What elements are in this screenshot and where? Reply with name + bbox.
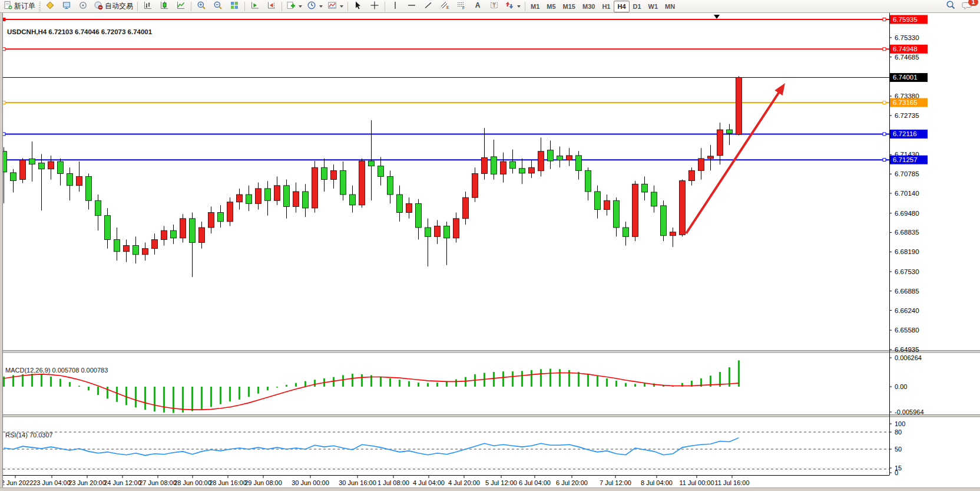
tf-button-m15[interactable]: M15 xyxy=(559,1,579,12)
new-order-label: 新订单 xyxy=(14,1,35,11)
text-label-icon: T xyxy=(489,1,499,12)
chart-shift-button[interactable] xyxy=(263,0,280,13)
crosshair-button[interactable] xyxy=(366,0,383,13)
dropdown-caret xyxy=(319,5,323,8)
line-chart-button[interactable] xyxy=(173,0,189,13)
toolbar-separator xyxy=(244,2,245,11)
indicators-icon xyxy=(286,1,296,12)
new-order-icon xyxy=(4,1,12,12)
tf-button-h1[interactable]: H1 xyxy=(598,1,614,12)
autotrade-label: 自动交易 xyxy=(105,1,133,11)
dropdown-caret xyxy=(340,5,343,8)
candle-chart-button[interactable] xyxy=(156,0,173,13)
cursor-button[interactable] xyxy=(350,0,366,13)
rsi-label: RSI(14) 70.0307 xyxy=(5,431,53,439)
zoom-in-icon xyxy=(197,1,206,12)
zoom-in-button[interactable] xyxy=(193,0,210,13)
equidistant-channel-icon: E xyxy=(440,1,449,12)
indicators-button[interactable] xyxy=(284,0,304,13)
auto-scroll-button[interactable] xyxy=(247,0,263,13)
text-icon: A xyxy=(474,1,482,12)
arrows-icon xyxy=(505,1,514,12)
trendline-button[interactable] xyxy=(420,0,436,13)
terminal-button[interactable] xyxy=(58,0,75,13)
bar-chart-button[interactable] xyxy=(140,0,156,13)
journal-icon xyxy=(45,1,55,12)
dropdown-caret xyxy=(299,5,302,8)
tf-button-w1[interactable]: W1 xyxy=(645,1,662,12)
tf-button-h4[interactable]: H4 xyxy=(614,1,629,12)
alerts-button[interactable] xyxy=(75,0,91,13)
window-bottom-strip xyxy=(0,487,980,491)
autotrade-icon xyxy=(94,1,103,12)
auto-scroll-icon xyxy=(250,1,260,12)
tf-button-m5[interactable]: M5 xyxy=(543,1,559,12)
toolbar-separator xyxy=(137,2,138,11)
main-toolbar: 新订单 自动交易 xyxy=(0,0,980,13)
toolbar-grip[interactable] xyxy=(39,2,41,11)
period-clock-button[interactable] xyxy=(304,0,325,13)
toolbar-separator xyxy=(191,2,191,11)
tf-button-m30[interactable]: M30 xyxy=(579,1,598,12)
search-icon xyxy=(946,0,956,12)
alerts-icon xyxy=(78,1,88,12)
macd-label: MACD(12,26,9) 0.005708 0.000783 xyxy=(5,367,108,374)
tile-windows-icon xyxy=(230,1,239,12)
tf-button-m1[interactable]: M1 xyxy=(527,1,543,12)
svg-text:F: F xyxy=(462,5,465,9)
toolbar-separator xyxy=(282,2,282,11)
svg-text:E: E xyxy=(446,5,449,9)
bar-chart-icon xyxy=(143,1,153,12)
tile-windows-button[interactable] xyxy=(226,0,243,13)
chart-shift-icon xyxy=(267,1,276,12)
fibonacci-button[interactable]: F xyxy=(453,0,469,13)
chart-window: USDCNH,H4 6.72103 6.74046 6.72073 6.7400… xyxy=(0,13,980,491)
zoom-out-button[interactable] xyxy=(210,0,226,13)
fibonacci-icon: F xyxy=(456,1,466,12)
svg-text:T: T xyxy=(492,2,496,8)
line-chart-icon xyxy=(176,1,186,12)
template-button[interactable] xyxy=(325,0,346,13)
crosshair-icon xyxy=(370,1,379,12)
period-clock-icon xyxy=(307,1,316,12)
autotrade-button[interactable]: 自动交易 xyxy=(91,0,135,13)
equidistant-channel-button[interactable]: E xyxy=(436,0,453,13)
dropdown-caret xyxy=(517,5,521,8)
notification-badge: 1 xyxy=(968,0,978,6)
search-button[interactable] xyxy=(942,0,959,13)
text-button[interactable]: A xyxy=(469,0,486,13)
new-order-button[interactable]: 新订单 xyxy=(1,0,38,13)
toolbar-separator xyxy=(347,2,348,11)
zoom-out-icon xyxy=(213,1,223,12)
tf-button-mn[interactable]: MN xyxy=(661,1,678,12)
template-icon xyxy=(327,1,337,12)
toolbar-separator xyxy=(525,2,525,11)
journal-button[interactable] xyxy=(42,0,58,13)
horizontal-line-button[interactable] xyxy=(403,0,420,13)
chat-button[interactable]: 1 xyxy=(959,0,975,13)
horizontal-line-icon xyxy=(407,1,416,12)
toolbar-separator xyxy=(385,2,385,11)
terminal-icon xyxy=(62,1,71,12)
vertical-line-icon xyxy=(391,1,399,12)
text-label-button[interactable]: T xyxy=(486,0,502,13)
candle-chart-icon xyxy=(160,1,169,12)
tf-button-d1[interactable]: D1 xyxy=(630,1,645,12)
arrows-button[interactable] xyxy=(502,0,523,13)
window-left-edge xyxy=(0,13,3,491)
cursor-icon xyxy=(353,1,363,12)
chart-title: USDCNH,H4 6.72103 6.74046 6.72073 6.7400… xyxy=(7,28,152,35)
vertical-line-button[interactable] xyxy=(387,0,403,13)
trendline-icon xyxy=(423,1,433,12)
svg-text:A: A xyxy=(475,1,481,9)
